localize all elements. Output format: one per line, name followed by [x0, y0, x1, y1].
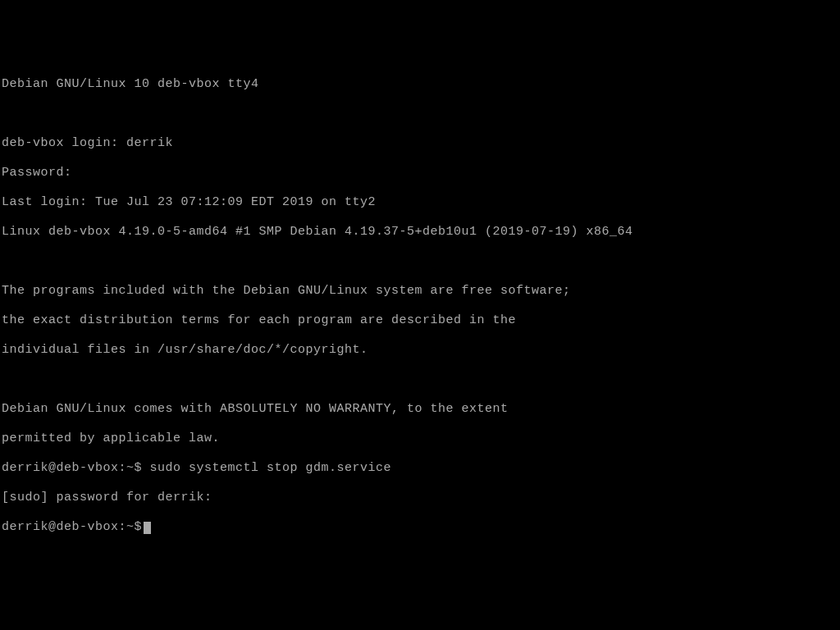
tty-header-line: Debian GNU/Linux 10 deb-vbox tty4 — [2, 77, 838, 92]
motd-line-3: individual files in /usr/share/doc/*/cop… — [2, 343, 838, 358]
sudo-password-prompt: [sudo] password for derrik: — [2, 491, 838, 505]
blank-line — [2, 254, 838, 269]
shell-prompt-2[interactable]: derrik@deb-vbox:~$ — [2, 520, 838, 535]
prompt-text: derrik@deb-vbox:~$ — [2, 520, 142, 534]
motd-line-2: the exact distribution terms for each pr… — [2, 313, 838, 328]
cursor — [144, 522, 151, 534]
blank-line — [2, 372, 838, 387]
terminal-screen[interactable]: Debian GNU/Linux 10 deb-vbox tty4 deb-vb… — [2, 62, 838, 630]
shell-prompt-1: derrik@deb-vbox:~$ sudo systemctl stop g… — [2, 461, 838, 476]
password-prompt-line: Password: — [2, 166, 838, 180]
motd-line-1: The programs included with the Debian GN… — [2, 284, 838, 299]
last-login-line: Last login: Tue Jul 23 07:12:09 EDT 2019… — [2, 195, 838, 210]
motd-line-4: Debian GNU/Linux comes with ABSOLUTELY N… — [2, 402, 838, 417]
login-prompt-line: deb-vbox login: derrik — [2, 136, 838, 151]
blank-line — [2, 107, 838, 121]
kernel-line: Linux deb-vbox 4.19.0-5-amd64 #1 SMP Deb… — [2, 225, 838, 240]
motd-line-5: permitted by applicable law. — [2, 431, 838, 446]
